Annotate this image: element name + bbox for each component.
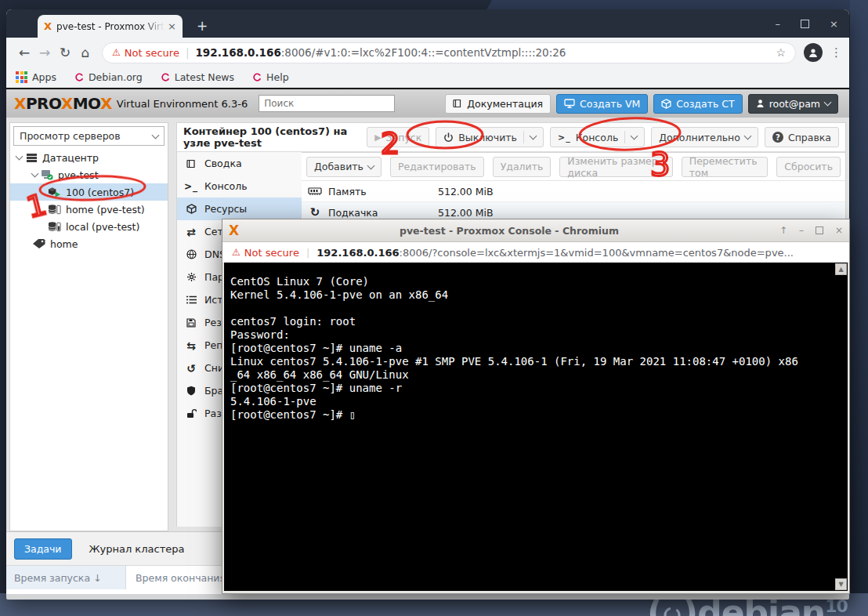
- bookmark-apps[interactable]: Apps: [16, 71, 56, 83]
- console-button[interactable]: >_ Консоль: [550, 127, 645, 147]
- tree-item-storage-local[interactable]: local (pve-test): [10, 218, 168, 235]
- column-start-time[interactable]: Время запуска ↓: [6, 566, 126, 589]
- button-label: Добавить: [314, 161, 363, 172]
- proxmox-logo: XPROXMOX: [14, 94, 112, 113]
- username-label: root@pam: [769, 98, 820, 110]
- bookmark-label: Apps: [32, 71, 56, 83]
- view-mode-select[interactable]: Просмотр серверов: [13, 126, 165, 146]
- chevron-down-icon[interactable]: [530, 132, 537, 140]
- expander-icon[interactable]: [31, 173, 38, 176]
- chevron-down-icon[interactable]: [631, 132, 638, 140]
- desktop: { "icons": { "close": "×", "minimize": "…: [0, 0, 868, 616]
- move-volume-button[interactable]: Переместить том: [682, 157, 769, 177]
- tree-label: home (pve-test): [66, 204, 145, 216]
- tag-icon: [32, 238, 46, 249]
- tree-item-node[interactable]: pve-test: [10, 166, 168, 183]
- tree-label: home: [50, 238, 78, 250]
- close-icon[interactable]: ×: [835, 225, 843, 236]
- resource-row-memory[interactable]: Память 512.00 MiB: [302, 181, 845, 202]
- menu-item-resources[interactable]: Ресурсы: [177, 197, 302, 220]
- bookmarks-bar: Apps Debian.org Latest News Help: [6, 67, 849, 88]
- address-bar[interactable]: ⚠ Not secure | 192.168.0.166 :8006/#v1:0…: [102, 42, 796, 63]
- remove-button[interactable]: Удалить: [493, 157, 552, 177]
- maximize-icon[interactable]: [801, 20, 809, 28]
- pve-header: XPROXMOX Virtual Environment 6.3-6 Докум…: [6, 89, 849, 118]
- console-title-bar[interactable]: X pve-test - Proxmox Console - Chromium …: [222, 219, 849, 242]
- browser-tab[interactable]: X pve-test - Proxmox Virtual ×: [38, 15, 183, 38]
- edit-button[interactable]: Редактировать: [390, 157, 484, 177]
- tab-tasks[interactable]: Задачи: [14, 538, 72, 560]
- swap-refresh-icon: ↻: [302, 205, 328, 219]
- wallpaper-right-strip: [850, 0, 868, 597]
- keep-above-icon[interactable]: ↑: [779, 225, 787, 236]
- search-input[interactable]: [259, 95, 395, 112]
- forward-icon[interactable]: →: [34, 45, 55, 60]
- apps-grid-icon: [16, 71, 27, 83]
- unlock-icon: [185, 408, 197, 419]
- tree-label: 100 (centos7): [66, 187, 134, 198]
- browser-menu-icon[interactable]: ⋮: [830, 45, 841, 60]
- bookmark-latest-news[interactable]: Latest News: [160, 71, 234, 83]
- tab-close-icon[interactable]: ×: [168, 20, 176, 32]
- page-title: Контейнер 100 (centos7) на узле pve-test: [183, 125, 367, 149]
- tree-label: pve-test: [58, 169, 99, 181]
- scroll-down-button[interactable]: ▼: [835, 578, 847, 590]
- node-icon: [40, 169, 54, 180]
- more-button[interactable]: Дополнительно: [651, 127, 758, 147]
- shutdown-button[interactable]: Выключить: [436, 127, 544, 147]
- tab-strip: X pve-test - Proxmox Virtual × + – ×: [6, 9, 849, 38]
- user-menu-button[interactable]: root@pam: [748, 94, 838, 114]
- monitor-icon: [564, 99, 575, 108]
- home-icon[interactable]: ⌂: [75, 45, 96, 60]
- menu-item-summary[interactable]: Сводка: [177, 152, 302, 175]
- expander-icon[interactable]: [15, 156, 23, 159]
- replication-icon: ⇆: [185, 339, 197, 352]
- window-controls: – ×: [776, 9, 838, 38]
- chevron-down-icon: [824, 99, 832, 107]
- create-ct-button[interactable]: Создать CT: [653, 94, 742, 114]
- list-icon: [185, 295, 197, 304]
- bookmark-help[interactable]: Help: [251, 71, 289, 83]
- chevron-down-icon: [367, 161, 374, 169]
- tree-item-storage-home[interactable]: home (pve-test): [10, 201, 168, 218]
- button-divider: [523, 131, 524, 143]
- button-label: Редактировать: [398, 161, 476, 172]
- minimize-icon[interactable]: –: [799, 225, 804, 236]
- profile-avatar[interactable]: [804, 43, 823, 62]
- console-address-bar[interactable]: ⚠ Not secure | 192.168.0.166 :8006/?cons…: [222, 242, 849, 263]
- reload-icon[interactable]: ↻: [55, 45, 75, 60]
- add-button[interactable]: Добавить: [306, 157, 382, 177]
- help-button[interactable]: ? Справка: [765, 127, 839, 147]
- memory-icon: [302, 187, 328, 196]
- revert-button[interactable]: Сбросить: [776, 157, 841, 177]
- bookmark-debian-org[interactable]: Debian.org: [74, 71, 143, 83]
- action-buttons: ▶ Запуск Выключить >_ Консоль: [367, 127, 839, 147]
- resource-value: 512.00 MiB: [438, 207, 494, 219]
- column-label: Время запуска: [14, 572, 90, 584]
- terminal[interactable]: CentOS Linux 7 (Core) Kernel 5.4.106-1-p…: [224, 263, 848, 591]
- tab-title: pve-test - Proxmox Virtual: [56, 21, 165, 32]
- tab-cluster-log[interactable]: Журнал кластера: [89, 543, 185, 555]
- back-icon[interactable]: ←: [14, 45, 34, 60]
- documentation-button[interactable]: Документация: [445, 94, 551, 114]
- storage-icon: [48, 221, 62, 233]
- menu-label: Ресурсы: [204, 203, 247, 215]
- minimize-icon[interactable]: –: [776, 18, 781, 30]
- tree-item-pool-home[interactable]: home: [10, 235, 168, 252]
- network-icon: ⇄: [185, 226, 197, 238]
- maximize-icon[interactable]: [816, 226, 823, 234]
- menu-item-console[interactable]: >_ Консоль: [177, 175, 302, 197]
- resize-disk-button[interactable]: Изменить размер диска: [559, 157, 672, 177]
- scroll-up-button[interactable]: ▲: [835, 263, 847, 275]
- close-icon[interactable]: ×: [830, 18, 838, 30]
- start-button[interactable]: ▶ Запуск: [367, 127, 429, 147]
- create-vm-button[interactable]: Создать VM: [556, 94, 648, 114]
- container-running-icon: [48, 187, 62, 198]
- bookmark-star-icon[interactable]: ☆: [776, 46, 786, 59]
- tree-item-datacenter[interactable]: Датацентр: [10, 149, 168, 166]
- button-label: Справка: [788, 132, 831, 143]
- new-tab-button[interactable]: +: [193, 16, 212, 35]
- not-secure-label[interactable]: Not secure: [125, 47, 179, 59]
- tree-item-ct-100[interactable]: 100 (centos7): [10, 183, 168, 201]
- menu-label: Консоль: [204, 180, 248, 192]
